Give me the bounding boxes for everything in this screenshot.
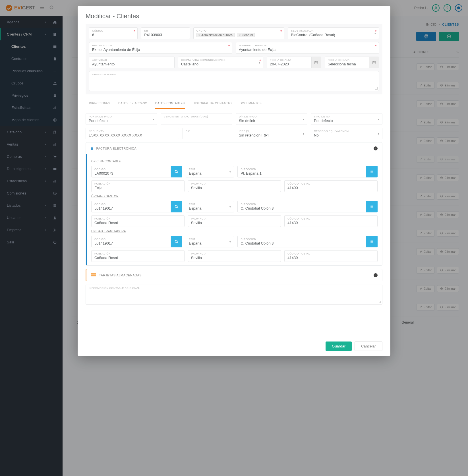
- modal-edit-client: Modificar - Clientes CÓDIGO * NIF GRUPO …: [78, 6, 390, 16]
- modal-overlay: Modificar - Clientes CÓDIGO * NIF GRUPO …: [0, 0, 468, 16]
- modal-title: Modificar - Clientes: [86, 13, 382, 16]
